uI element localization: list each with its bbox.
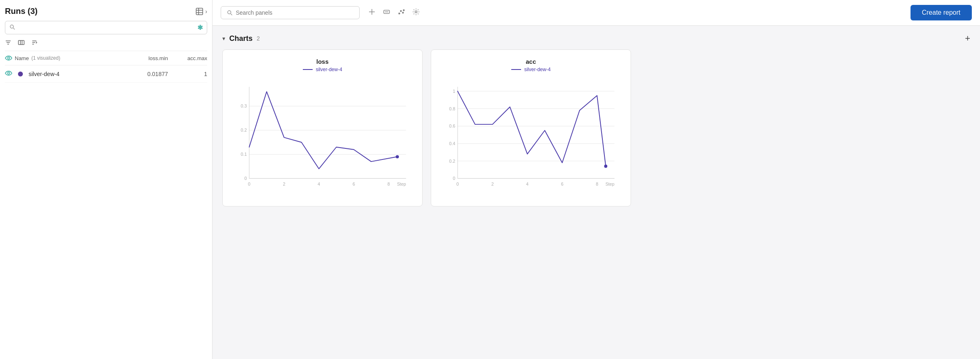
svg-point-65 [604,165,607,168]
svg-text:0: 0 [456,182,459,186]
charts-title: Charts [229,34,253,43]
svg-text:6: 6 [353,182,355,186]
svg-text:0: 0 [453,176,455,181]
legend-line [511,69,521,70]
chart-legend-acc: silver-dew-4 [439,67,622,72]
svg-text:Step: Step [397,182,406,186]
left-panel: Runs (3) › ✱ [0,0,213,359]
svg-text:0: 0 [248,182,251,186]
row-eye-icon[interactable] [5,70,12,78]
legend-label: silver-dew-4 [316,67,342,72]
regex-toggle[interactable]: ✱ [197,24,203,31]
svg-text:4: 4 [318,182,320,186]
svg-text:2: 2 [491,182,494,186]
svg-line-5 [13,28,15,30]
svg-text:0.2: 0.2 [449,159,455,164]
svg-point-44 [396,155,399,158]
run-loss-value: 0.01877 [134,71,175,77]
svg-point-25 [403,12,404,13]
svg-text:0.1: 0.1 [241,152,247,157]
svg-line-18 [231,14,233,16]
run-name: silver-dew-4 [29,71,134,77]
col-acc-header: acc.max [175,55,207,61]
svg-point-24 [401,10,402,11]
filter-icon[interactable] [5,39,11,47]
svg-text:1: 1 [453,89,455,94]
svg-text:8: 8 [387,182,390,186]
toolbar-icons [368,8,420,18]
col-loss-header: loss.min [134,55,175,61]
run-color-dot [18,72,23,76]
svg-text:0.2: 0.2 [241,128,247,132]
search-panels-bar[interactable] [221,6,360,19]
runs-header: Runs (3) › [5,7,207,16]
svg-rect-9 [18,40,24,45]
run-acc-value: 1 [175,71,207,77]
chart-title-loss: loss [231,58,414,65]
svg-text:6: 6 [561,182,564,186]
col-name-sub: (1 visualized) [31,55,60,61]
chart-svg-loss: 00.10.20.3 02468 Step [231,77,414,200]
charts-count: 2 [257,35,260,42]
legend-label: silver-dew-4 [524,67,551,72]
table-row[interactable]: silver-dew-4 0.01877 1 [5,65,207,83]
col-name-label: Name [15,55,29,61]
columns-icon[interactable] [18,39,25,47]
table-header: Name (1 visualized) loss.min acc.max [5,51,207,65]
chart-svg-acc: 00.20.40.60.81 02468 Step [439,77,622,200]
charts-collapse-icon[interactable]: ▾ [222,35,225,42]
settings-icon[interactable] [412,8,420,18]
svg-text:0.8: 0.8 [449,106,455,111]
charts-section: ▾ Charts 2 + loss silver-dew-4 00.10.20.… [213,26,980,359]
eye-header-icon [5,54,12,62]
svg-point-16 [8,72,10,74]
outliers-icon[interactable] [397,8,405,18]
legend-line [303,69,313,70]
sort-icon[interactable] [31,39,38,47]
svg-text:4: 4 [526,182,528,186]
charts-header: ▾ Charts 2 + [222,34,970,43]
svg-text:0.6: 0.6 [449,123,455,128]
chart-legend-loss: silver-dew-4 [231,67,414,72]
svg-text:0.3: 0.3 [241,103,247,108]
svg-text:0.4: 0.4 [449,141,455,146]
charts-grid: loss silver-dew-4 00.10.20.3 02468 Step … [222,49,970,206]
svg-point-4 [10,25,13,28]
svg-rect-0 [196,8,203,15]
runs-search-bar[interactable]: ✱ [5,21,207,34]
svg-text:2: 2 [283,182,285,186]
filter-bar [5,39,207,51]
svg-text:8: 8 [596,182,598,186]
add-chart-button[interactable]: + [965,34,970,43]
svg-text:Step: Step [605,182,614,186]
svg-point-26 [403,9,405,11]
right-panel: Create report ▾ Charts 2 + loss silver-d… [213,0,980,359]
svg-point-15 [8,57,10,59]
right-toolbar: Create report [213,0,980,26]
runs-search-input[interactable] [18,25,197,31]
search-panels-icon [227,10,233,16]
svg-point-27 [415,11,417,13]
runs-title: Runs (3) [5,7,38,16]
svg-text:0: 0 [244,176,247,181]
svg-point-17 [228,11,231,14]
chart-title-acc: acc [439,58,622,65]
runs-table: silver-dew-4 0.01877 1 [5,65,207,83]
chart-card-acc: acc silver-dew-4 00.20.40.60.81 02468 St… [431,49,631,206]
svg-point-23 [399,13,400,14]
create-report-button[interactable]: Create report [911,5,972,20]
chart-card-loss: loss silver-dew-4 00.10.20.3 02468 Step [222,49,423,206]
smoothing-icon[interactable] [383,8,391,18]
table-view-icon[interactable]: › [195,7,207,16]
search-icon [9,24,15,31]
search-panels-input[interactable] [236,9,354,16]
crosshair-icon[interactable] [368,8,376,18]
